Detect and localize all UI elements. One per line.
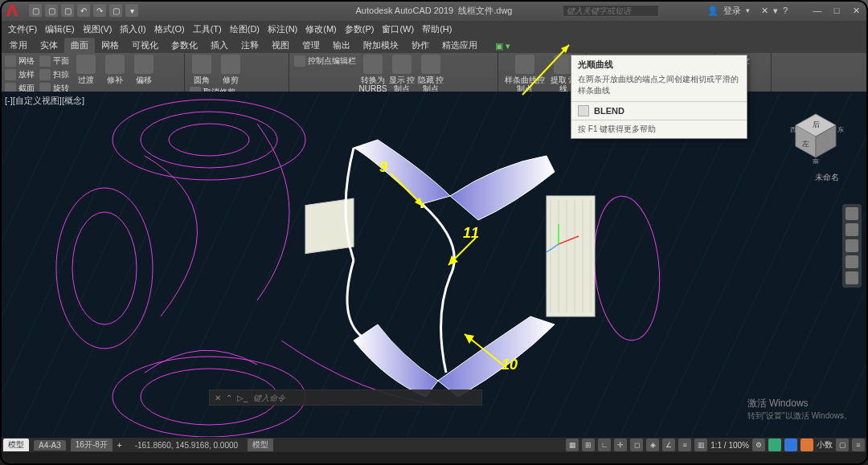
add-layout-icon[interactable]: + [117,441,122,450]
btn-transition[interactable]: 过渡 [72,55,100,84]
cmd-close-icon[interactable]: ✕ [215,394,221,402]
qat-redo-icon[interactable]: ↷ [93,4,106,17]
clean-screen-icon[interactable]: ▢ [836,438,849,451]
menu-dimension[interactable]: 标注(N) [264,23,301,35]
tooltip-help: 按 F1 键获得更多帮助 [571,120,747,138]
qat-more-icon[interactable]: ▾ [125,4,138,17]
tab-manage[interactable]: 管理 [296,38,326,53]
cmd-input[interactable] [253,394,477,402]
tab-surface[interactable]: 曲面 [64,38,95,53]
menu-format[interactable]: 格式(O) [151,23,188,35]
cmd-expand-icon[interactable]: ⌃ [226,394,232,402]
model-tab[interactable]: 模型 [3,438,29,451]
status-model-btn[interactable]: 模型 [248,438,273,451]
scale-readout[interactable]: 1:1 / 100% [710,441,749,450]
tab-apps-icon[interactable]: ▣ ▾ [489,39,517,53]
status-bar: 模型 A4-A3 16开-8开 + -161.8660, 145.9168, 0… [0,438,868,452]
viewcube[interactable]: 后 左 西 东 南 [788,108,844,164]
tab-visualize[interactable]: 可视化 [125,38,165,53]
btn-loft[interactable]: 放样 [3,68,36,81]
status-a-icon[interactable] [768,438,781,451]
status-c-icon[interactable] [800,438,813,451]
polar-icon[interactable]: ✛ [614,438,627,451]
nav-wheel-icon[interactable] [845,207,858,220]
search-input[interactable] [563,5,659,17]
qat-new-icon[interactable]: ▢ [29,4,42,17]
tab-addins[interactable]: 附加模块 [357,38,405,53]
3dosnap-icon[interactable]: ◈ [646,438,659,451]
tab-output[interactable]: 输出 [326,38,357,53]
workspace[interactable]: [-][自定义视图][概念] [0,92,868,438]
tab-featured[interactable]: 精选应用 [436,38,484,53]
otrack-icon[interactable]: ∠ [662,438,675,451]
nav-showmotion-icon[interactable] [845,271,858,284]
nav-pan-icon[interactable] [845,223,858,236]
menu-param[interactable]: 参数(P) [342,23,378,35]
close-icon[interactable]: ✕ [847,4,865,17]
btn-trim[interactable]: 修剪 [217,55,244,84]
maximize-icon[interactable]: □ [828,4,845,17]
search-box[interactable] [563,5,659,17]
btn-cv-edit[interactable]: 控制点编辑栏 [293,55,358,67]
window-title: Autodesk AutoCAD 2019 线框文件.dwg [356,5,513,17]
menu-help[interactable]: 帮助(H) [419,23,455,35]
help-icon[interactable]: ? [783,6,788,15]
layout-tab-1[interactable]: A4-A3 [34,440,66,451]
transparency-icon[interactable]: ▥ [694,438,707,451]
customize-icon[interactable]: ≡ [852,438,865,451]
tab-solid[interactable]: 实体 [34,38,64,53]
svg-rect-11 [547,196,595,316]
menu-edit[interactable]: 编辑(E) [42,23,78,35]
qat-save-icon[interactable]: ▢ [61,4,74,17]
menu-tools[interactable]: 工具(T) [190,23,225,35]
snap-icon[interactable]: ⊞ [582,438,595,451]
gear-icon[interactable]: ⚙ [752,438,765,451]
decimal-label[interactable]: 小数 [817,439,833,451]
layout-tab-2[interactable]: 16开-8开 [71,438,113,451]
btn-patch[interactable]: 修补 [101,55,129,84]
qat-undo-icon[interactable]: ↶ [77,4,90,17]
tab-view[interactable]: 视图 [265,38,296,53]
minimize-icon[interactable]: — [809,4,826,17]
btn-planar[interactable]: 平面 [38,55,71,67]
menu-modify[interactable]: 修改(M) [302,23,340,35]
login-label[interactable]: 登录 [723,5,741,17]
nav-zoom-icon[interactable] [845,239,858,252]
drawing-canvas[interactable] [0,92,868,437]
user-area: 👤 登录 ▾ ✕ ▾ ? [707,5,788,17]
wcs-label[interactable]: 未命名 [815,172,839,183]
btn-spline-cv[interactable]: 样条曲线控制点 [502,55,548,93]
exchange-icon[interactable]: ✕ [761,6,768,16]
ortho-icon[interactable]: ∟ [598,438,611,451]
tab-annotate[interactable]: 注释 [235,38,265,53]
qat-plot-icon[interactable]: ▢ [109,4,122,17]
btn-offset[interactable]: 偏移 [130,55,158,84]
btn-fillet[interactable]: 圆角 [188,55,215,84]
menu-insert[interactable]: 插入(I) [117,23,149,35]
btn-to-nurbs[interactable]: 转换为 NURBS [359,55,387,93]
tab-home[interactable]: 常用 [3,38,34,53]
osnap-icon[interactable]: ◻ [630,438,643,451]
menu-draw[interactable]: 绘图(D) [227,23,263,35]
menu-window[interactable]: 窗口(W) [379,23,417,35]
nav-orbit-icon[interactable] [845,255,858,268]
command-line[interactable]: ✕ ⌃ ▷_ [209,390,482,406]
menu-view[interactable]: 视图(V) [80,23,116,35]
btn-show-cv[interactable]: 显示 控制点 [388,55,416,93]
status-b-icon[interactable] [784,438,797,451]
user-icon[interactable]: 👤 [707,6,719,16]
tab-insert[interactable]: 插入 [204,38,235,53]
svg-text:左: 左 [802,140,809,148]
menu-file[interactable]: 文件(F) [5,23,40,35]
btn-net[interactable]: 网络 [3,55,36,67]
btn-sweep2[interactable]: 扫掠 [38,68,71,81]
login-dropdown-icon[interactable]: ▾ [746,6,750,14]
grid-icon[interactable]: ▦ [566,438,579,451]
lineweight-icon[interactable]: ≡ [678,438,691,451]
tab-mesh[interactable]: 网格 [95,38,125,53]
tab-collab[interactable]: 协作 [405,38,436,53]
cart-icon[interactable]: ▾ [773,6,778,16]
tab-parametric[interactable]: 参数化 [165,38,204,53]
btn-hide-cv[interactable]: 隐藏 控制点 [417,55,444,93]
qat-open-icon[interactable]: ▢ [45,4,58,17]
